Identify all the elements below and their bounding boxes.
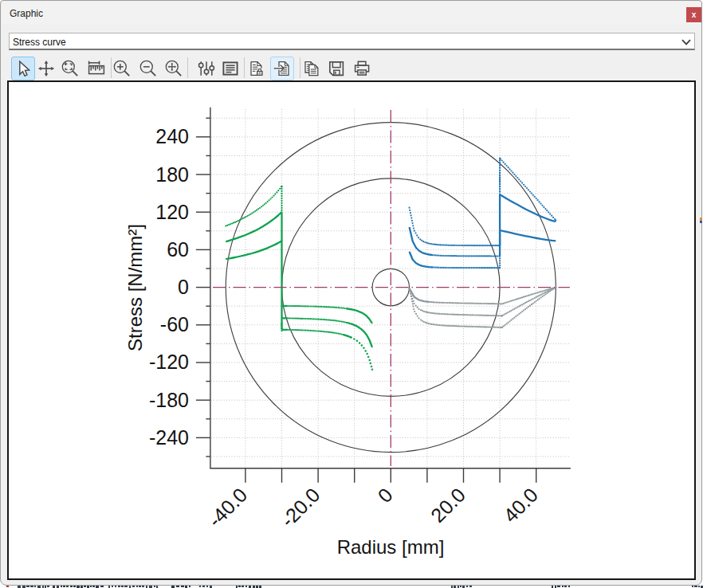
x-tick-label: -40.0: [203, 484, 251, 531]
y-tick-label: 60: [167, 238, 189, 261]
x-axis-title: Radius [mm]: [337, 536, 445, 558]
screen: {"window":{"title":"Graphic","close_labe…: [0, 0, 703, 588]
y-tick-label: -120: [149, 351, 189, 373]
axes: [196, 108, 571, 483]
series-hub-left-jump-dotted-top: [281, 186, 282, 211]
series-shaft-left-flat2-b: [286, 317, 348, 323]
stress-curve-chart[interactable]: 240180120600-60-120-180-240-40.0-20.0020…: [1, 1, 703, 588]
series-right-radial-3-shaft: [409, 288, 503, 328]
series-right-radial-1-start: [410, 288, 429, 302]
series-right-equivalent: [409, 158, 557, 246]
series-right-tangential-1-hub: [500, 194, 556, 221]
series-right-jump-dotted-bottom: [499, 257, 501, 266]
series-right-tangential-1-start: [410, 227, 433, 255]
series-right-tangential-2-flat: [432, 266, 501, 269]
y-tick-label: -180: [149, 389, 189, 411]
series-right-tangential-1-flat: [432, 254, 501, 257]
y-tick-label: -240: [149, 426, 189, 449]
centerlines: [213, 110, 570, 466]
series-right-radial-3-rise: [501, 287, 557, 328]
y-tick-label: 240: [155, 125, 189, 147]
series-hub-left-equivalent: [225, 186, 282, 227]
graphic-window: Graphic x Stress curve: [0, 0, 702, 586]
series-right-radial-2-shaft: [409, 288, 503, 316]
x-tick-label: 0: [373, 484, 397, 508]
x-tick-label: 40.0: [499, 484, 542, 527]
y-tick-label: 0: [178, 276, 189, 298]
series-shaft-left-flat1-c: [348, 308, 372, 323]
window-edge-artifact: [700, 221, 702, 223]
series-shaft-left-flat3-b: [286, 329, 344, 335]
x-tick-label: -20.0: [277, 484, 324, 531]
y-axis-title: Stress [N/mm²]: [124, 224, 146, 351]
series-hub-left-tangential: [226, 212, 281, 241]
series-shaft-left-flat3-c: [344, 335, 352, 337]
x-tick-label: 20.0: [426, 484, 469, 527]
y-tick-label: -60: [160, 313, 189, 335]
y-tick-label: 180: [155, 163, 189, 186]
y-tick-label: 120: [155, 201, 189, 223]
